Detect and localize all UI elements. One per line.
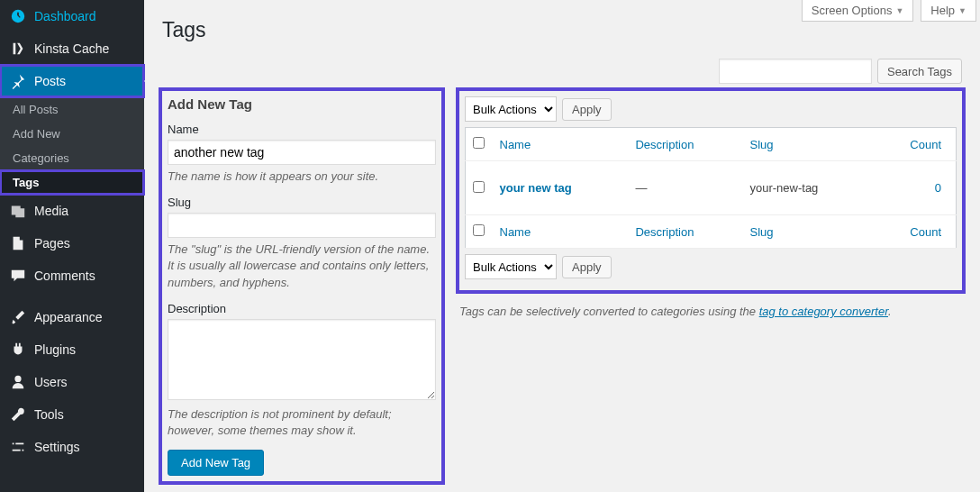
label: Screen Options xyxy=(812,4,893,17)
menu-label: Comments xyxy=(34,269,95,283)
chevron-down-icon: ▼ xyxy=(958,6,966,15)
tag-search-input[interactable] xyxy=(719,59,872,84)
menu-label: Posts xyxy=(34,74,66,88)
description-description: The description is not prominent by defa… xyxy=(168,406,436,439)
menu-label: Tools xyxy=(34,407,64,422)
row-checkbox[interactable] xyxy=(473,181,485,193)
field-description: Description The description is not promi… xyxy=(168,302,436,439)
note-text-pre: Tags can be selectively converted to cat… xyxy=(459,305,759,318)
tag-description-cell: — xyxy=(628,161,742,215)
slug-label: Slug xyxy=(168,196,436,209)
add-new-tag-button[interactable]: Add New Tag xyxy=(168,450,264,476)
tablenav-bottom: Bulk Actions Apply xyxy=(465,254,957,279)
sidebar-item-plugins[interactable]: Plugins xyxy=(0,333,144,366)
label: Help xyxy=(930,4,955,17)
sidebar-item-settings[interactable]: Settings xyxy=(0,431,144,463)
description-textarea[interactable] xyxy=(168,319,436,400)
menu-label: Pages xyxy=(34,236,70,251)
apply-bottom-button[interactable]: Apply xyxy=(562,256,612,278)
tag-name-link[interactable]: your new tag xyxy=(500,181,572,195)
tags-table: Name Description Slug Count your new tag… xyxy=(465,127,957,249)
media-icon xyxy=(9,202,27,220)
screen-options-button[interactable]: Screen Options ▼ xyxy=(802,0,914,22)
field-name: Name The name is how it appears on your … xyxy=(168,123,436,185)
search-tags-button[interactable]: Search Tags xyxy=(877,59,962,84)
name-label: Name xyxy=(168,123,436,136)
tablenav-top: Bulk Actions Apply xyxy=(465,96,957,122)
tag-count-link[interactable]: 0 xyxy=(935,181,941,195)
chevron-down-icon: ▼ xyxy=(895,6,903,15)
tags-list-panel: Bulk Actions Apply Name Description Slug… xyxy=(459,91,962,481)
kinsta-icon xyxy=(9,40,27,58)
dashboard-icon xyxy=(9,7,27,25)
submenu-add-new[interactable]: Add New xyxy=(0,122,144,146)
sidebar-item-posts[interactable]: Posts xyxy=(0,65,144,97)
col-count[interactable]: Count xyxy=(910,138,941,151)
sidebar-item-media[interactable]: Media xyxy=(0,195,144,227)
menu-label: Appearance xyxy=(34,310,103,324)
converter-note: Tags can be selectively converted to cat… xyxy=(459,305,962,318)
posts-submenu: All Posts Add New Categories Tags xyxy=(0,97,144,195)
select-all-top[interactable] xyxy=(473,137,485,149)
sidebar-item-pages[interactable]: Pages xyxy=(0,227,144,260)
page-icon xyxy=(9,234,27,252)
sidebar-item-appearance[interactable]: Appearance xyxy=(0,301,144,333)
col-slug-foot[interactable]: Slug xyxy=(749,225,773,239)
menu-label: Users xyxy=(34,375,68,389)
table-row: your new tag — your-new-tag 0 xyxy=(466,161,957,215)
description-label: Description xyxy=(168,302,436,315)
tag-slug-cell: your-new-tag xyxy=(742,161,872,215)
menu-label: Media xyxy=(34,204,68,218)
apply-top-button[interactable]: Apply xyxy=(562,98,612,121)
slug-description: The "slug" is the URL-friendly version o… xyxy=(168,241,436,291)
submenu-categories[interactable]: Categories xyxy=(0,146,144,170)
note-text-post: . xyxy=(888,305,892,318)
submenu-tags[interactable]: Tags xyxy=(0,170,144,195)
page-title: Tags xyxy=(162,18,962,42)
pin-icon xyxy=(9,72,27,90)
col-name[interactable]: Name xyxy=(500,138,531,151)
sidebar-item-tools[interactable]: Tools xyxy=(0,398,144,431)
main-content: Screen Options ▼ Help ▼ Tags Search Tags… xyxy=(144,0,980,492)
col-name-foot[interactable]: Name xyxy=(500,225,531,239)
help-button[interactable]: Help ▼ xyxy=(921,0,976,22)
search-row: Search Tags xyxy=(162,59,962,84)
slug-input[interactable] xyxy=(168,213,436,238)
plugin-icon xyxy=(9,341,27,359)
settings-icon xyxy=(9,438,27,456)
col-description-foot[interactable]: Description xyxy=(635,225,694,239)
comment-icon xyxy=(9,267,27,285)
tag-to-category-link[interactable]: tag to category converter xyxy=(759,305,888,318)
sidebar-item-comments[interactable]: Comments xyxy=(0,260,144,292)
form-heading: Add New Tag xyxy=(168,96,436,112)
user-icon xyxy=(9,373,27,391)
bulk-actions-top[interactable]: Bulk Actions xyxy=(465,96,557,122)
menu-label: Plugins xyxy=(34,342,76,357)
wrench-icon xyxy=(9,405,27,424)
name-description: The name is how it appears on your site. xyxy=(168,169,436,185)
field-slug: Slug The "slug" is the URL-friendly vers… xyxy=(168,196,436,291)
menu-label: Settings xyxy=(34,440,80,454)
submenu-all-posts[interactable]: All Posts xyxy=(0,97,144,122)
name-input[interactable] xyxy=(168,140,436,165)
screen-meta-links: Screen Options ▼ Help ▼ xyxy=(802,0,976,22)
admin-sidebar: Dashboard Kinsta Cache Posts All Posts A… xyxy=(0,0,144,492)
sidebar-item-users[interactable]: Users xyxy=(0,366,144,398)
add-tag-form: Add New Tag Name The name is how it appe… xyxy=(162,91,441,481)
menu-label: Dashboard xyxy=(34,9,96,23)
select-all-bottom[interactable] xyxy=(473,224,485,236)
col-count-foot[interactable]: Count xyxy=(910,225,941,239)
menu-label: Kinsta Cache xyxy=(34,41,109,56)
col-description[interactable]: Description xyxy=(635,138,694,151)
brush-icon xyxy=(9,308,27,326)
bulk-actions-bottom[interactable]: Bulk Actions xyxy=(465,254,557,279)
sidebar-item-dashboard[interactable]: Dashboard xyxy=(0,0,144,32)
col-slug[interactable]: Slug xyxy=(749,138,773,151)
sidebar-item-kinsta-cache[interactable]: Kinsta Cache xyxy=(0,32,144,65)
